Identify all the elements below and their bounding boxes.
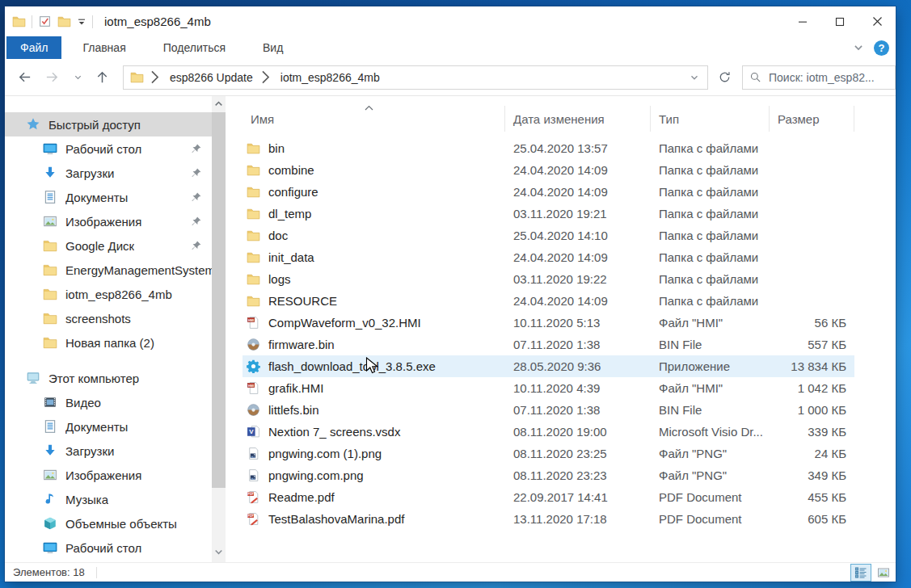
video-icon: [43, 395, 57, 410]
minimize-button[interactable]: [784, 6, 821, 36]
file-row[interactable]: HMICompWaveform_v0_32.HMI10.11.2020 5:13…: [243, 312, 854, 334]
sidebar-item[interactable]: Рабочий стол: [5, 136, 212, 161]
sidebar-item[interactable]: Объемные объекты: [5, 511, 212, 536]
file-row[interactable]: bin25.04.2020 13:57Папка с файлами: [243, 137, 854, 159]
recent-locations-dropdown-icon[interactable]: [70, 66, 86, 89]
file-row[interactable]: configure24.04.2020 14:09Папка с файлами: [243, 181, 854, 203]
search-input[interactable]: Поиск: iotm_esp82...: [742, 65, 896, 90]
details-view-button[interactable]: [850, 564, 871, 582]
file-date-cell: 24.04.2020 14:09: [505, 185, 651, 199]
file-row[interactable]: init_data24.04.2020 14:09Папка с файлами: [243, 246, 854, 268]
sidebar-item[interactable]: Быстрый доступ: [5, 112, 212, 136]
sidebar-item[interactable]: Этот компьютер: [5, 366, 212, 390]
ribbon-tab[interactable]: Файл: [6, 36, 61, 59]
sidebar-item[interactable]: EnergyManagementSystemN: [5, 258, 212, 282]
scrollbar-thumb[interactable]: [212, 112, 226, 488]
file-row[interactable]: littlefs.bin07.11.2020 1:38BIN File1 000…: [243, 399, 854, 421]
up-button[interactable]: [91, 66, 113, 89]
sidebar-item[interactable]: Документы: [5, 185, 212, 209]
column-header-label: Размер: [778, 112, 820, 126]
folder-icon: [43, 311, 57, 326]
file-name-cell: HMIgrafik.HMI: [243, 381, 505, 395]
address-bar[interactable]: esp8266 Updateiotm_esp8266_4mb: [123, 65, 708, 90]
thumbnails-view-button[interactable]: [873, 564, 894, 582]
folder-icon: [247, 272, 260, 286]
back-button[interactable]: [13, 66, 36, 89]
file-date-cell: 08.11.2020 23:25: [505, 447, 651, 460]
close-button[interactable]: [858, 6, 896, 36]
scroll-up-icon[interactable]: [213, 99, 224, 109]
folder-icon: [247, 294, 260, 308]
column-header[interactable]: Имя: [243, 106, 505, 132]
refresh-button[interactable]: [711, 65, 738, 90]
file-row[interactable]: RESOURCE24.04.2020 14:09Папка с файлами: [243, 290, 854, 312]
png-file-icon: [247, 447, 260, 460]
sidebar-item[interactable]: Google Диск: [5, 233, 212, 258]
svg-text:HMI: HMI: [248, 319, 254, 322]
file-name-cell: firmware.bin: [243, 338, 505, 351]
sidebar-item[interactable]: Видео: [5, 390, 212, 414]
file-row[interactable]: PDFReadme.pdf22.09.2017 14:41PDF Documen…: [243, 486, 854, 508]
sidebar-item[interactable]: screenshots: [5, 306, 212, 330]
sidebar-scrollbar[interactable]: [212, 96, 226, 562]
file-type-cell: PDF Document: [651, 512, 770, 526]
ribbon-tab[interactable]: Поделиться: [147, 36, 242, 59]
sidebar-item[interactable]: Музыка: [5, 487, 212, 511]
disc-file-icon: [247, 338, 260, 351]
column-header[interactable]: Тип: [651, 106, 770, 132]
file-size-cell: 605 КБ: [770, 512, 854, 526]
sort-ascending-icon: [364, 104, 374, 111]
separator: [96, 567, 97, 578]
file-size-cell: 557 КБ: [770, 338, 854, 351]
sidebar-item[interactable]: Изображения: [5, 209, 212, 233]
file-row[interactable]: HMIgrafik.HMI10.11.2020 4:39Файл "HMI"1 …: [243, 377, 854, 399]
navigation-pane: Быстрый доступРабочий столЗагрузкиДокуме…: [5, 96, 212, 562]
column-header[interactable]: Размер: [770, 106, 854, 132]
file-row[interactable]: firmware.bin07.11.2020 1:38BIN File557 К…: [243, 334, 854, 355]
pin-icon: [191, 216, 202, 227]
hmi-file-icon: HMI: [247, 316, 260, 330]
column-header[interactable]: Дата изменения: [505, 106, 651, 132]
sidebar-item[interactable]: Рабочий стол: [5, 536, 212, 560]
sidebar-item-label: Рабочий стол: [65, 541, 141, 555]
sidebar-item[interactable]: iotm_esp8266_4mb: [5, 282, 212, 306]
maximize-button[interactable]: [821, 6, 858, 36]
file-row[interactable]: VNextion 7_ screens.vsdx08.11.2020 19:00…: [243, 421, 854, 443]
sidebar-item[interactable]: Новая папка (2): [5, 330, 212, 355]
sidebar-item-label: Загрузки: [65, 166, 114, 180]
file-row[interactable]: PDFTestBalashovaMarina.pdf13.11.2020 17:…: [243, 508, 854, 530]
file-row[interactable]: logs03.11.2020 19:22Папка с файлами: [243, 268, 854, 290]
ribbon-tab[interactable]: Главная: [66, 36, 141, 59]
checkbox-icon[interactable]: [38, 15, 52, 28]
folder-icon: [130, 70, 144, 84]
file-name: flash_download_tool_3.8.5.exe: [268, 359, 436, 373]
scroll-down-icon[interactable]: [213, 547, 224, 557]
file-row[interactable]: pngwing.com (1).png08.11.2020 23:25Файл …: [243, 443, 854, 464]
sidebar-item[interactable]: Изображения: [5, 463, 212, 487]
status-bar: Элементов: 18: [5, 562, 896, 582]
forward-button[interactable]: [40, 66, 63, 89]
collapse-ribbon-icon[interactable]: [853, 42, 864, 53]
folder-icon: [43, 262, 57, 277]
file-row[interactable]: pngwing.com.png08.11.2020 23:23Файл "PNG…: [243, 464, 854, 486]
address-dropdown-icon[interactable]: [690, 73, 699, 82]
file-row[interactable]: combine24.04.2020 14:09Папка с файлами: [243, 159, 854, 181]
sidebar-item[interactable]: Загрузки: [5, 439, 212, 463]
file-row[interactable]: doc25.04.2020 14:10Папка с файлами: [243, 225, 854, 246]
ribbon-tab[interactable]: Вид: [247, 36, 299, 59]
png-file-icon: [247, 468, 260, 482]
qat-customize-icon[interactable]: [77, 17, 86, 27]
sidebar-item[interactable]: Загрузки: [5, 161, 212, 185]
file-row[interactable]: flash_download_tool_3.8.5.exe28.05.2020 …: [243, 355, 854, 377]
search-placeholder: Поиск: iotm_esp82...: [769, 71, 875, 84]
sidebar-item[interactable]: Документы: [5, 414, 212, 439]
folder-icon: [43, 287, 57, 301]
file-row[interactable]: dl_temp03.11.2020 19:21Папка с файлами: [243, 203, 854, 225]
help-icon[interactable]: ?: [874, 40, 889, 56]
folder-icon[interactable]: [57, 15, 71, 28]
sidebar-item-label: screenshots: [65, 312, 131, 326]
file-size-cell: 349 КБ: [770, 468, 854, 482]
breadcrumb-segment[interactable]: iotm_esp8266_4mb: [276, 71, 385, 84]
breadcrumb-segment[interactable]: esp8266 Update: [165, 71, 258, 84]
sidebar-item-label: Рабочий стол: [65, 142, 141, 156]
